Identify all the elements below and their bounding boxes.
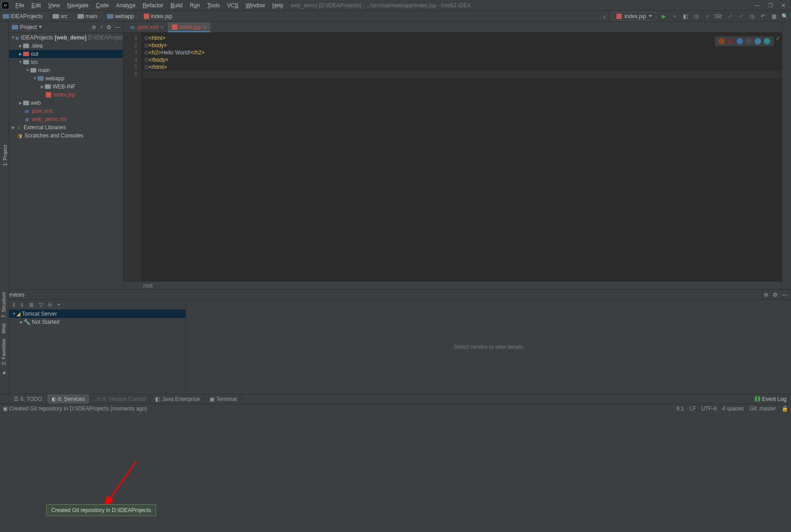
svg-line-0 [109, 462, 136, 500]
edge-icon[interactable] [764, 38, 770, 44]
back-icon[interactable]: ↙ [601, 13, 609, 20]
line-separator[interactable]: LF [689, 405, 696, 412]
project-structure-icon[interactable]: ▦ [770, 13, 777, 20]
breadcrumb-item[interactable]: webapp [107, 13, 134, 20]
chrome-icon[interactable] [728, 38, 734, 44]
file-encoding[interactable]: UTF-8 [701, 405, 717, 412]
breadcrumb-item[interactable]: index.jsp [144, 13, 172, 20]
editor-breadcrumb[interactable]: root [123, 281, 782, 289]
tree-libs[interactable]: ▶⫴External Libraries [9, 123, 123, 132]
breadcrumb-item[interactable]: IDEAProjects [3, 13, 43, 20]
git-branch[interactable]: Git: master [749, 405, 776, 412]
tree-scratches[interactable]: ◨Scratches and Consoles [9, 132, 123, 140]
close-icon[interactable]: × [161, 24, 163, 30]
run-config-selector[interactable]: index.jsp [612, 12, 656, 21]
menu-code[interactable]: Code [92, 2, 112, 9]
filter-icon[interactable]: ▽ [39, 302, 43, 308]
target-icon[interactable]: ⊕ [92, 24, 96, 30]
tree-out[interactable]: ▶out [9, 50, 123, 58]
sidebar-tab-project[interactable]: 1: Project [1, 22, 9, 289]
status-icon[interactable]: ▣ [3, 405, 8, 412]
tree-iml[interactable]: ▣web_demo.iml [9, 115, 123, 123]
tree-root[interactable]: ▼▣ IDEAProjects [web_demo] D:\IDEAProjec… [9, 34, 123, 42]
menu-window[interactable]: Window [242, 2, 269, 9]
menu-tools[interactable]: Tools [204, 2, 224, 9]
menu-refactor[interactable]: Refactor [139, 2, 167, 9]
tree-idea[interactable]: ▶.idea [9, 42, 123, 50]
bottom-tool-tabs: ☰6: TODO ◐8: Services ⎇9: Version Contro… [0, 394, 791, 404]
breadcrumb-item[interactable]: src [53, 13, 68, 20]
git-pull-icon[interactable]: ✓ [727, 13, 734, 20]
tab-todo[interactable]: ☰6: TODO [9, 394, 47, 404]
menu-run[interactable]: Run [186, 2, 204, 9]
firefox-icon[interactable] [718, 38, 725, 44]
chevron-down-icon [649, 15, 652, 17]
menu-view[interactable]: View [44, 2, 63, 9]
tab-event-log[interactable]: 1Event Log [755, 396, 791, 402]
navigation-bar: IDEAProjects 〉 src 〉 main 〉 webapp 〉 ind… [0, 11, 791, 22]
service-tomcat[interactable]: ▼ ◢ Tomcat Server [9, 310, 186, 318]
opera-icon[interactable] [746, 38, 752, 44]
menu-analyze[interactable]: Analyze [112, 2, 139, 9]
tab-java-enterprise[interactable]: ◧Java Enterprise [151, 394, 205, 404]
debug-icon[interactable]: ⌖ [671, 13, 678, 20]
service-not-started[interactable]: ▶ 🔧 Not Started [9, 318, 186, 326]
hide-icon[interactable]: — [782, 292, 787, 298]
inspection-ok-icon[interactable]: ✓ [776, 34, 781, 42]
maximize-icon[interactable]: ❐ [768, 2, 773, 9]
group-icon[interactable]: ⊞ [29, 302, 34, 308]
tab-terminal[interactable]: ▣Terminal [205, 394, 242, 404]
menu-navigate[interactable]: Navigate [63, 2, 92, 9]
flatten-icon[interactable]: ÷ [100, 24, 103, 30]
stop-icon[interactable]: ■ [703, 13, 711, 20]
safari-icon[interactable] [737, 38, 743, 44]
minimize-icon[interactable]: — [754, 2, 760, 9]
add-icon[interactable]: + [57, 302, 60, 308]
tree-main[interactable]: ▼main [9, 66, 123, 74]
tree-web[interactable]: ▶web [9, 99, 123, 107]
indent-setting[interactable]: 4 spaces [722, 405, 744, 412]
search-icon[interactable]: 🔍 [781, 13, 788, 20]
close-icon[interactable]: × [203, 24, 206, 30]
coverage-icon[interactable]: ◧ [682, 13, 689, 20]
tree-src[interactable]: ▼src [9, 58, 123, 66]
tree-pom[interactable]: mpom.xml [9, 107, 123, 115]
expand-icon[interactable]: ⊕ [764, 292, 768, 298]
close-icon[interactable]: ✕ [781, 2, 786, 9]
git-revert-icon[interactable]: ↶ [759, 13, 767, 20]
gear-icon[interactable]: ✿ [107, 24, 111, 30]
editor-tab-pom[interactable]: m pom.xml × [125, 22, 168, 32]
git-history-icon[interactable]: ◷ [748, 13, 756, 20]
tree-webapp[interactable]: ▼webapp [9, 74, 123, 83]
menu-help[interactable]: Help [269, 2, 287, 9]
tab-version-control[interactable]: ⎇9: Version Control [90, 394, 151, 404]
cursor-position[interactable]: 6:1 [677, 405, 684, 412]
expand-all-icon[interactable]: ⫿ [13, 302, 15, 308]
profile-icon[interactable]: ◷ [693, 13, 700, 20]
hide-icon[interactable]: — [115, 24, 120, 30]
menu-build[interactable]: Build [167, 2, 186, 9]
sidebar-tab-structure[interactable]: 7: Structure [0, 289, 7, 321]
git-commit-icon[interactable]: ✓ [737, 13, 745, 20]
tree-indexjsp[interactable]: index.jsp [9, 91, 123, 99]
right-tool-gutter [782, 22, 791, 289]
code-editor[interactable]: 123456 ⊟<html> ⊟<body> ⊟<h2>Hello World!… [123, 33, 782, 281]
tab-services[interactable]: ◐8: Services [47, 394, 90, 404]
sidebar-tab-web[interactable]: Web [0, 321, 7, 336]
gear-icon[interactable]: ✿ [773, 292, 777, 298]
breadcrumb-item[interactable]: main [78, 13, 97, 20]
editor-tab-index[interactable]: index.jsp × [168, 22, 210, 32]
chevron-down-icon[interactable] [39, 26, 42, 28]
sidebar-tab-favorites[interactable]: 2: Favorites [0, 336, 7, 367]
menu-file[interactable]: File [12, 2, 28, 9]
star-icon[interactable]: ★ [0, 370, 9, 376]
lock-icon[interactable]: 🔒 [781, 405, 788, 412]
menu-edit[interactable]: Edit [28, 2, 44, 9]
menu-vcs[interactable]: VCS [224, 2, 242, 9]
notification-tooltip: Created Git repository in D:\IDEAProject… [46, 504, 156, 516]
run-icon[interactable]: ▶ [660, 13, 667, 20]
ie-icon[interactable] [755, 38, 761, 44]
tree-webinf[interactable]: ▶WEB-INF [9, 83, 123, 91]
pin-icon[interactable]: ⎘ [49, 302, 52, 308]
collapse-all-icon[interactable]: ⫿ [21, 302, 24, 308]
